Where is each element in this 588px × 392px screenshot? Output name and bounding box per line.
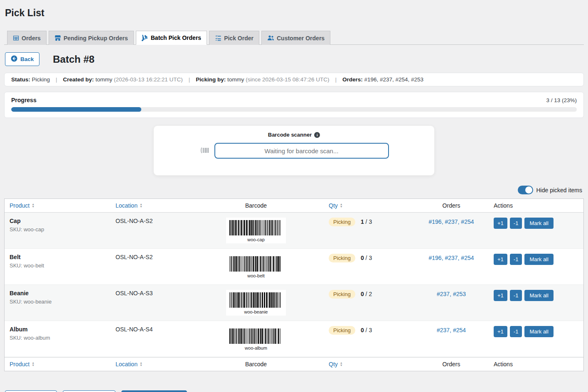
plus-one-button[interactable]: +1	[494, 326, 507, 337]
sort-qty-link[interactable]: Qty ▲▼	[329, 361, 343, 368]
sort-location-link[interactable]: Location ▲▼	[116, 202, 143, 209]
mark-all-button[interactable]: Mark all	[524, 290, 554, 301]
tab-customer-orders[interactable]: Customer Orders	[261, 31, 330, 45]
order-link[interactable]: #254	[461, 218, 474, 225]
product-sku: SKU: woo-album	[10, 335, 106, 341]
order-link[interactable]: #254	[461, 255, 474, 261]
sort-arrows-icon: ▲▼	[140, 362, 143, 367]
minus-one-button[interactable]: -1	[510, 218, 522, 229]
sort-arrows-icon: ▲▼	[140, 203, 143, 208]
qty-progress: 0 / 3	[361, 327, 372, 333]
status-label: Status:	[11, 76, 30, 83]
sort-product-link[interactable]: Product ▲▼	[10, 361, 34, 368]
orders-list: #196, #237, #254, #253	[364, 76, 423, 83]
tab-label: Pick Order	[224, 35, 253, 42]
clear-batch-button[interactable]: Clear Batch	[63, 390, 116, 392]
orders-cell: #196, #237, #254	[414, 249, 489, 266]
qty-progress: 0 / 2	[361, 291, 372, 297]
order-link[interactable]: #237	[445, 218, 458, 225]
product-sku: SKU: woo-beanie	[10, 299, 106, 305]
product-name: Belt	[10, 254, 106, 260]
tab-pending-pickup-orders[interactable]: Pending Pickup Orders	[49, 31, 134, 45]
qty-progress: 1 / 3	[361, 218, 372, 225]
back-circle-arrow-icon	[11, 55, 17, 63]
product-cell: BeltSKU: woo-belt	[5, 249, 111, 274]
tab-bar: OrdersPending Pickup OrdersBatch Pick Or…	[4, 30, 584, 45]
separator: |	[329, 76, 342, 83]
tab-pick-order[interactable]: Pick Order	[209, 31, 259, 45]
barcode-cell: woo-belt	[206, 249, 306, 284]
plus-one-button[interactable]: +1	[494, 254, 507, 265]
table-row: AlbumSKU: woo-albumOSL-NO-A-S4woo-albumP…	[5, 321, 583, 357]
toggle-knob	[525, 186, 532, 194]
page-title: Pick List	[4, 4, 584, 19]
pick-items-table: Product ▲▼Location ▲▼BarcodeQty ▲▼Orders…	[4, 198, 584, 371]
header-location: Location ▲▼	[111, 199, 206, 212]
barcode-cell: woo-beanie	[206, 285, 306, 321]
barcode-scan-input[interactable]	[214, 143, 389, 159]
table-header-row: Product ▲▼Location ▲▼BarcodeQty ▲▼Orders…	[5, 199, 583, 213]
plus-one-button[interactable]: +1	[494, 290, 507, 301]
barcode-text: woo-belt	[229, 273, 283, 278]
header-qty: Qty ▲▼	[306, 199, 414, 212]
header-product: Product ▲▼	[5, 199, 111, 212]
pick-list-page: Pick List OrdersPending Pickup OrdersBat…	[0, 0, 588, 392]
hide-picked-label: Hide picked items	[536, 187, 583, 194]
location-value: OSL-NO-A-S2	[116, 254, 153, 260]
order-link[interactable]: #237	[437, 327, 450, 333]
tab-orders[interactable]: Orders	[7, 31, 47, 45]
barcode-text: woo-album	[229, 345, 283, 350]
info-icon[interactable]: i	[314, 132, 320, 138]
separator: |	[50, 76, 63, 83]
mark-all-button[interactable]: Mark all	[524, 218, 554, 229]
product-name: Beanie	[10, 290, 106, 296]
location-cell: OSL-NO-A-S2	[111, 249, 206, 265]
sort-arrows-icon: ▲▼	[32, 203, 34, 208]
orders-cell: #237, #254	[414, 321, 489, 338]
back-button[interactable]: Back	[5, 52, 39, 66]
sort-product-link[interactable]: Product ▲▼	[10, 202, 34, 209]
header-barcode: Barcode	[206, 358, 306, 371]
print-batch-button[interactable]: Print Batch	[5, 390, 57, 392]
table-row: BeanieSKU: woo-beanieOSL-NO-A-S3woo-bean…	[5, 285, 583, 321]
header-barcode: Barcode	[206, 199, 306, 212]
mark-all-button[interactable]: Mark all	[524, 254, 554, 265]
actions-cell: +1-1Mark all	[489, 213, 583, 234]
order-link[interactable]: #253	[453, 291, 466, 297]
header-orders: Orders	[414, 358, 489, 371]
progress-card: Progress 3 / 13 (23%)	[4, 92, 584, 118]
tab-label: Customer Orders	[277, 35, 325, 42]
picking-by-user: tommy	[227, 76, 244, 83]
picking-since-time: (since 2026-03-15 08:47:26 UTC)	[246, 76, 329, 83]
plus-one-button[interactable]: +1	[494, 218, 507, 229]
product-cell: AlbumSKU: woo-album	[5, 321, 111, 346]
location-cell: OSL-NO-A-S4	[111, 321, 206, 338]
complete-batch-button[interactable]: Complete Batch	[121, 390, 187, 392]
table-icon	[13, 35, 19, 41]
minus-one-button[interactable]: -1	[510, 254, 522, 265]
barcode-text: woo-beanie	[229, 309, 283, 314]
minus-one-button[interactable]: -1	[510, 290, 522, 301]
users-icon	[267, 35, 274, 41]
hide-picked-toggle[interactable]	[518, 186, 533, 194]
mark-all-button[interactable]: Mark all	[524, 326, 554, 337]
order-link[interactable]: #237	[437, 291, 450, 297]
barcode-image: woo-belt	[226, 254, 286, 279]
barcode-text: woo-cap	[229, 237, 283, 242]
order-link[interactable]: #254	[453, 327, 466, 333]
order-link[interactable]: #237	[445, 255, 458, 261]
tab-label: Pending Pickup Orders	[64, 35, 128, 42]
actions-cell: +1-1Mark all	[489, 285, 583, 306]
minus-one-button[interactable]: -1	[510, 326, 522, 337]
order-link[interactable]: #196	[428, 218, 441, 225]
location-value: OSL-NO-A-S3	[116, 290, 153, 296]
batch-header-row: Back Batch #8	[5, 52, 584, 66]
sort-location-link[interactable]: Location ▲▼	[116, 361, 143, 368]
product-sku: SKU: woo-cap	[10, 226, 106, 233]
barcode-cell: woo-cap	[206, 213, 306, 248]
status-badge: Picking	[329, 218, 355, 226]
table-row: CapSKU: woo-capOSL-NO-A-S2woo-capPicking…	[5, 213, 583, 249]
tab-batch-pick-orders[interactable]: Batch Pick Orders	[136, 31, 207, 45]
sort-qty-link[interactable]: Qty ▲▼	[329, 202, 343, 209]
order-link[interactable]: #196	[428, 255, 441, 261]
